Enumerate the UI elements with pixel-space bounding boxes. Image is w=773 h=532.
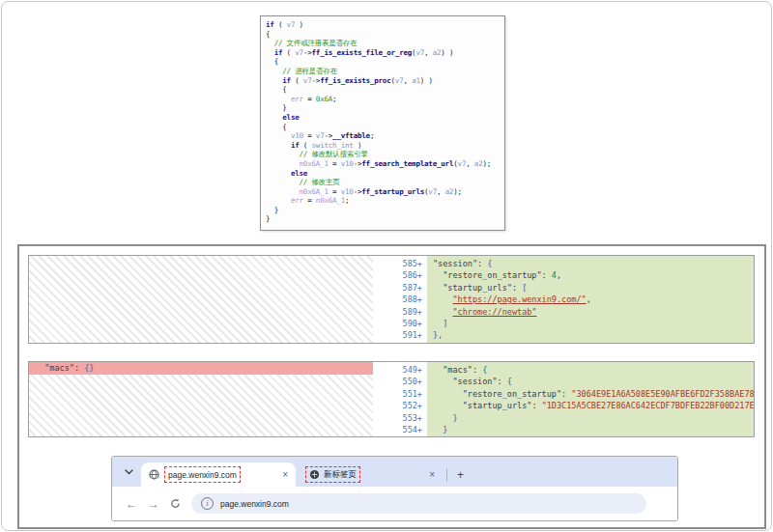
token: ; <box>370 131 374 140</box>
new-tab-button[interactable]: + <box>453 469 468 481</box>
code-line: v10 = v7->__vftable; <box>266 131 500 141</box>
token: ( <box>274 20 287 29</box>
token: : <box>561 389 571 399</box>
tab-search-chevron-icon[interactable] <box>121 464 136 480</box>
token: = <box>303 131 316 140</box>
diff-added-row: "chrome://newtab" <box>427 306 754 318</box>
token <box>433 389 463 399</box>
extension-favicon-icon <box>309 469 320 480</box>
token: if <box>274 48 283 57</box>
token: else <box>291 169 307 178</box>
tab-close-icon[interactable]: × <box>427 470 437 480</box>
token: else <box>282 113 299 122</box>
token: "3064E9E1A6A508E5E90AFBE6FD2F358BAE78D <box>571 389 754 399</box>
token: "macs" <box>443 365 472 375</box>
token: , <box>587 294 591 304</box>
token: a2 <box>445 187 454 196</box>
token: {} <box>84 363 94 373</box>
token: , <box>466 159 474 168</box>
token: v7 <box>287 20 296 29</box>
diff-added-row: }, <box>427 329 754 341</box>
token: "macs" <box>44 363 74 373</box>
browser-toolbar: ← → i page.wenxin9.com <box>112 487 677 520</box>
diff-new-pane: "macs": { "session": { "restore_on_start… <box>427 362 754 436</box>
token <box>433 365 443 375</box>
code-line: { <box>266 57 500 67</box>
tab-strip: page.wenxin9.com × 新标签页 × + <box>112 457 677 487</box>
token: { <box>487 259 492 268</box>
diff-line-number-gutter: 585+586+587+588+589+590+591+ <box>373 256 427 343</box>
token: } <box>433 413 458 423</box>
token: ( <box>291 76 303 85</box>
token: , <box>403 76 412 85</box>
token: , <box>424 48 433 57</box>
token <box>35 363 44 373</box>
token: -> <box>324 131 332 140</box>
tab-page-wenxin9[interactable]: page.wenxin9.com × <box>141 462 296 487</box>
diff-added-row: ] <box>427 318 754 329</box>
token: // 文件或注册表是否存在 <box>266 39 358 47</box>
token <box>266 48 274 57</box>
token <box>433 270 443 280</box>
line-number: 588+ <box>373 294 422 305</box>
code-line: } <box>266 103 500 113</box>
line-number: 589+ <box>373 306 422 318</box>
token: ) ) <box>420 76 433 85</box>
token: v7 <box>303 76 312 85</box>
token: { <box>266 30 270 39</box>
code-line: } <box>266 214 500 224</box>
diff-added-row: "session": { <box>427 376 754 387</box>
address-bar[interactable]: i page.wenxin9.com <box>191 493 646 514</box>
analysis-container: 585+586+587+588+589+590+591+ "session": … <box>17 244 766 529</box>
annotation-box: 新标签页 <box>305 466 360 483</box>
back-button[interactable]: ← <box>126 497 137 511</box>
diff-old-pane-empty <box>29 256 373 343</box>
reload-icon[interactable] <box>170 498 181 509</box>
token: ff_startup_urls <box>361 187 424 196</box>
diff-old-pane: "macs": {} <box>29 362 373 436</box>
token: __vftable <box>332 131 370 140</box>
token: if <box>266 20 274 29</box>
tab-new-tab[interactable]: 新标签页 × <box>296 462 443 487</box>
token <box>433 283 443 293</box>
token: n0x6A_1 <box>300 159 329 168</box>
token: v7 <box>458 159 467 168</box>
token: : <box>531 401 541 410</box>
token: "https://page.wenxin9.com/" <box>452 294 586 304</box>
token: // 修改默认搜索引擎 <box>266 150 368 158</box>
diff-removed-row: "macs": {} <box>29 362 373 375</box>
token: err <box>291 196 303 205</box>
token: "session" <box>433 259 477 268</box>
token: "startup_urls" <box>443 283 512 293</box>
token <box>266 187 300 196</box>
token: v10 <box>291 131 303 140</box>
token: ); <box>453 187 462 196</box>
globe-icon <box>149 469 159 480</box>
token: ff_is_exists_proc <box>320 76 390 85</box>
token: [ <box>522 283 527 293</box>
token: : <box>498 377 507 386</box>
token <box>266 169 291 178</box>
line-number: 551+ <box>373 388 422 400</box>
token: : <box>477 259 487 268</box>
tab-close-icon[interactable]: × <box>280 470 290 480</box>
code-line: if ( switch_int ) <box>266 141 500 151</box>
token: ff_is_exists_file_or_reg <box>312 48 413 57</box>
forward-button[interactable]: → <box>148 497 159 511</box>
token: ( <box>282 48 295 57</box>
tab-title: page.wenxin9.com <box>168 470 237 480</box>
line-number: 552+ <box>373 400 422 411</box>
token: err <box>291 95 303 103</box>
token <box>266 95 291 103</box>
token: "chrome://newtab" <box>452 307 536 317</box>
tab-divider <box>446 468 447 482</box>
token: ); <box>483 159 492 168</box>
line-number: 550+ <box>373 376 422 387</box>
code-line: err = n0x6A_1; <box>266 196 500 206</box>
info-icon[interactable]: i <box>201 497 214 510</box>
token: -> <box>312 76 321 85</box>
token: n0x6A_1 <box>316 196 345 205</box>
line-number: 553+ <box>373 412 422 424</box>
diff-new-pane: "session": { "restore_on_startup": 4, "s… <box>427 256 754 343</box>
token: { <box>507 377 512 386</box>
